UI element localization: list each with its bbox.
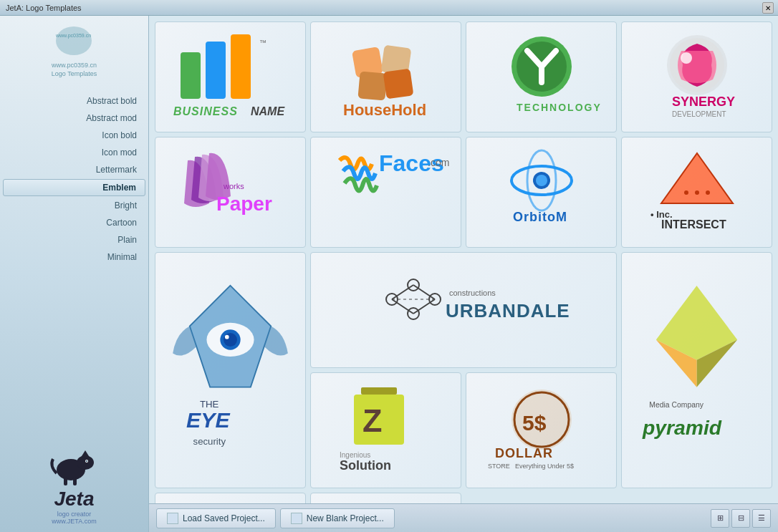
content-area: ™ BUSINESS NAME HouseHold	[149, 16, 778, 532]
svg-text:EYE: EYE	[186, 408, 230, 432]
jeta-subtitle: logo creator	[57, 511, 92, 518]
svg-text:.com: .com	[428, 157, 449, 168]
logo-cell-dollarstore[interactable]: 5$ DOLLAR STORE Everything Under 5$	[466, 372, 617, 488]
load-saved-label: Load Saved Project...	[183, 513, 265, 523]
close-button[interactable]: ✕	[762, 2, 774, 14]
new-blank-label: New Blank Project...	[307, 513, 384, 523]
svg-text:STORE: STORE	[488, 463, 510, 470]
svg-text:pyramid: pyramid	[642, 416, 722, 439]
svg-text:BUSINESS: BUSINESS	[173, 105, 238, 117]
jeta-logo: Jeta logo creator www.JETA.com	[46, 437, 103, 525]
svg-line-57	[392, 285, 413, 299]
sidebar-item-abstract-bold[interactable]: Abstract bold	[3, 93, 145, 109]
logo-cell-solution[interactable]: Z Ingenious Solution	[310, 372, 461, 488]
sidebar-item-lettermark[interactable]: Lettermark	[3, 162, 145, 178]
svg-marker-6	[82, 450, 89, 456]
svg-text:Media Company: Media Company	[649, 401, 703, 409]
svg-rect-10	[206, 42, 226, 99]
svg-point-0	[56, 26, 92, 55]
new-icon	[291, 513, 302, 524]
svg-point-48	[224, 333, 237, 347]
sidebar: www.pc0359.cn www.pc0359.cn Logo Templat…	[0, 16, 149, 532]
svg-line-58	[413, 285, 435, 299]
svg-text:URBANDALE: URBANDALE	[446, 300, 570, 321]
logo-cell-businessname[interactable]: ™ BUSINESS NAME	[155, 21, 306, 132]
svg-rect-5	[73, 477, 77, 485]
svg-line-60	[392, 299, 413, 314]
window-title: JetA: Logo Templates	[6, 4, 82, 12]
logo-grid-scroll[interactable]: ™ BUSINESS NAME HouseHold	[149, 16, 778, 503]
svg-text:Paper: Paper	[216, 193, 272, 215]
svg-text:SYNERGY: SYNERGY	[672, 95, 735, 109]
svg-text:Solution: Solution	[340, 458, 391, 473]
svg-text:™: ™	[259, 39, 266, 47]
logo-cell-paper[interactable]: works Paper	[155, 137, 306, 248]
view-large-button[interactable]: ⊞	[711, 509, 729, 528]
svg-point-3	[77, 455, 94, 470]
sidebar-nav: Abstract bold Abstract mod Icon bold Ico…	[0, 92, 148, 266]
sidebar-item-abstract-mod[interactable]: Abstract mod	[3, 110, 145, 126]
svg-point-49	[225, 335, 229, 339]
logo-cell-colordesign[interactable]: ColorDesign ™ technologies	[155, 493, 306, 503]
title-bar: JetA: Logo Templates ✕	[0, 0, 778, 16]
svg-text:security: security	[193, 436, 226, 447]
logo-cell-pyramid[interactable]: Media Company pyramid	[621, 252, 772, 488]
svg-text:5$: 5$	[522, 411, 547, 435]
logo-cell-intersect[interactable]: • Inc. INTERSECT	[621, 137, 772, 248]
svg-text:TECHNOLOGY: TECHNOLOGY	[517, 102, 602, 113]
logo-cell-technology[interactable]: TECHNOLOGY	[466, 21, 617, 132]
view-buttons: ⊞ ⊟ ☰	[711, 509, 771, 528]
svg-point-41	[706, 190, 710, 195]
load-saved-button[interactable]: Load Saved Project...	[156, 508, 276, 528]
svg-marker-37	[661, 153, 733, 203]
svg-text:Z: Z	[362, 402, 383, 439]
svg-rect-9	[181, 52, 201, 99]
logo-cell-faces[interactable]: Faces .com	[310, 137, 461, 248]
svg-text:DOLLAR: DOLLAR	[495, 446, 553, 460]
sidebar-item-minimal[interactable]: Minimal	[3, 249, 145, 265]
jeta-logo-icon	[46, 437, 103, 488]
logo-grid: ™ BUSINESS NAME HouseHold	[155, 21, 772, 503]
svg-text:www.pc0359.cn: www.pc0359.cn	[55, 33, 91, 39]
svg-text:works: works	[223, 182, 244, 190]
logo-cell-the-eye[interactable]: THE EYE security	[155, 252, 306, 488]
sidebar-item-icon-mod[interactable]: Icon mod	[3, 145, 145, 160]
svg-rect-4	[64, 477, 67, 485]
svg-point-35	[536, 175, 547, 186]
svg-point-39	[684, 190, 688, 195]
svg-rect-18	[383, 68, 413, 99]
svg-text:constructions: constructions	[449, 289, 496, 297]
brand-icon: www.pc0359.cn	[52, 23, 95, 59]
view-medium-button[interactable]: ⊟	[731, 509, 750, 528]
svg-text:DEVELOPMENT: DEVELOPMENT	[672, 110, 726, 118]
svg-text:INTERSECT: INTERSECT	[661, 218, 726, 231]
sidebar-header: www.pc0359.cn www.pc0359.cn Logo Templat…	[52, 23, 97, 78]
sidebar-item-emblem[interactable]: Emblem	[3, 179, 145, 196]
svg-point-25	[681, 52, 692, 64]
svg-rect-17	[357, 71, 387, 100]
logo-cell-orbitum[interactable]: OrbitoM	[466, 137, 617, 248]
sidebar-url: www.pc0359.cn Logo Templates	[52, 62, 97, 78]
svg-text:Everything Under 5$: Everything Under 5$	[515, 463, 574, 470]
sidebar-item-cartoon[interactable]: Cartoon	[3, 215, 145, 231]
svg-point-8	[86, 460, 87, 462]
logo-cell-innova[interactable]: CONSULTING INNOVA	[310, 493, 461, 503]
sidebar-item-plain[interactable]: Plain	[3, 232, 145, 248]
logo-cell-urbandale[interactable]: constructions URBANDALE	[310, 252, 617, 368]
sidebar-item-icon-bold[interactable]: Icon bold	[3, 127, 145, 143]
logo-cell-household[interactable]: HouseHold	[310, 21, 461, 132]
svg-point-40	[695, 190, 699, 195]
new-blank-button[interactable]: New Blank Project...	[280, 508, 395, 528]
svg-line-59	[413, 299, 435, 314]
load-icon	[167, 513, 178, 524]
view-small-button[interactable]: ☰	[752, 509, 771, 528]
jeta-url: www.JETA.com	[52, 518, 96, 525]
bottom-toolbar: Load Saved Project... New Blank Project.…	[149, 503, 778, 532]
svg-rect-11	[231, 34, 251, 99]
svg-text:OrbitoM: OrbitoM	[513, 210, 567, 224]
svg-text:HouseHold: HouseHold	[343, 101, 426, 119]
sidebar-item-bright[interactable]: Bright	[3, 198, 145, 213]
logo-cell-synergy[interactable]: SYNERGY DEVELOPMENT	[621, 21, 772, 132]
main-layout: www.pc0359.cn www.pc0359.cn Logo Templat…	[0, 16, 778, 532]
jeta-text: Jeta	[54, 488, 94, 511]
